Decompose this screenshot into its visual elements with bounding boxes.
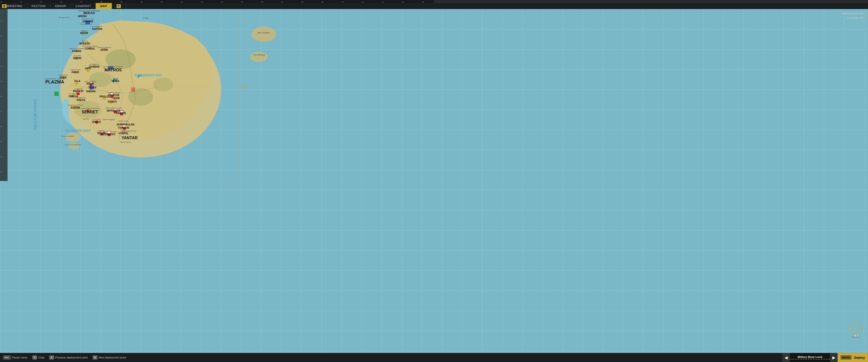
svg-text:Kermanvan: Kermanvan — [92, 25, 102, 28]
svg-text:Tyrone: Tyrone — [82, 40, 88, 42]
svg-text:11: 11 — [362, 1, 364, 3]
svg-text:TSIKSON: TSIKSON — [118, 127, 129, 129]
svg-text:EDNIK: EDNIK — [86, 82, 94, 85]
svg-text:94: 94 — [20, 1, 22, 3]
svg-text:09: 09 — [321, 1, 323, 3]
tab-briefing[interactable]: Q BRIEFING — [0, 3, 27, 9]
svg-text:04: 04 — [0, 156, 2, 158]
nav-bar: Q BRIEFING FACTION GROUP LOADOUT MAP E — [0, 3, 434, 9]
svg-text:Hornbeam Valley: Hornbeam Valley — [82, 45, 98, 47]
svg-text:Isle d'Erquy: Isle d'Erquy — [253, 54, 265, 56]
tab-map[interactable]: MAP — [96, 3, 112, 9]
svg-point-43 — [250, 52, 268, 62]
svg-text:MATROS: MATROS — [104, 68, 122, 72]
svg-text:06: 06 — [261, 1, 263, 3]
faction-label: FACTION — [32, 4, 45, 7]
svg-text:Gravette: Gravette — [73, 55, 82, 57]
svg-text:09: 09 — [0, 80, 2, 82]
svg-text:97: 97 — [81, 1, 82, 3]
svg-text:André's Beacon: André's Beacon — [97, 46, 111, 49]
svg-text:05: 05 — [241, 1, 243, 3]
svg-text:DIMOK: DIMOK — [73, 57, 82, 60]
svg-text:11: 11 — [0, 50, 2, 52]
svg-text:RADON: RADON — [71, 106, 80, 109]
svg-text:GIPS: GIPS — [85, 67, 91, 70]
svg-text:00: 00 — [141, 1, 143, 3]
svg-text:NAGAN: NAGAN — [86, 90, 96, 93]
tab-group[interactable]: GROUP — [51, 3, 71, 9]
svg-text:PLAZMA: PLAZMA — [45, 79, 64, 84]
svg-text:Military Base Levie: Military Base Levie — [105, 107, 122, 109]
svg-rect-0 — [0, 0, 434, 3]
svg-text:VERMOUT: VERMOUT — [103, 133, 116, 136]
svg-text:LEVIE: LEVIE — [113, 97, 120, 100]
svg-point-42 — [251, 27, 276, 42]
svg-text:Military Hospital: Military Hospital — [69, 48, 84, 50]
map-label: MAP — [100, 4, 107, 7]
map-svg: Airbase Saint-Philippe BEKAS Maiden's Ba… — [0, 9, 434, 181]
svg-point-88 — [75, 82, 78, 85]
svg-text:DURRASULAN: DURRASULAN — [117, 123, 135, 126]
tab-faction[interactable]: FACTION — [27, 3, 50, 9]
svg-text:SOUTHERN GULF: SOUTHERN GULF — [65, 129, 91, 133]
svg-text:Saint-Pierre: Saint-Pierre — [120, 141, 131, 143]
svg-text:Coastal Base Chotain: Coastal Base Chotain — [103, 65, 123, 68]
svg-text:12: 12 — [382, 1, 384, 3]
svg-text:Maiden's Bay: Maiden's Bay — [82, 18, 94, 20]
svg-text:KAFTAN: KAFTAN — [92, 28, 102, 30]
svg-text:Quarry: Quarry — [118, 109, 124, 112]
svg-text:07: 07 — [0, 111, 2, 112]
svg-text:MUSKAT: MUSKAT — [73, 90, 84, 92]
svg-text:IGLA: IGLA — [74, 80, 81, 82]
svg-text:Île-aux-Pins: Île-aux-Pins — [59, 16, 69, 19]
svg-text:Île-aux-Saules: Île-aux-Saules — [61, 135, 74, 137]
svg-text:Coastal Base Morton: Coastal Base Morton — [81, 107, 99, 110]
svg-text:VYMPEL: VYMPEL — [118, 132, 129, 135]
svg-text:Morton: Morton — [83, 118, 89, 120]
svg-text:BEKAS: BEKAS — [83, 11, 95, 15]
svg-text:10: 10 — [0, 65, 2, 67]
left-ruler: 13 12 11 10 09 08 07 06 05 04 03 — [0, 9, 7, 181]
svg-text:98: 98 — [100, 1, 102, 3]
svg-text:05: 05 — [0, 141, 2, 142]
svg-text:Goat Bay: Goat Bay — [92, 118, 100, 121]
svg-text:06: 06 — [0, 126, 2, 128]
svg-text:Chota: Chota — [113, 78, 118, 80]
svg-text:Isle d'Argent: Isle d'Argent — [257, 31, 270, 34]
briefing-label: BRIEFING — [7, 4, 23, 7]
svg-text:SEKRET: SEKRET — [82, 110, 98, 114]
svg-text:YANTAR: YANTAR — [122, 136, 137, 140]
svg-text:ARENA: ARENA — [78, 15, 87, 18]
svg-point-40 — [153, 78, 173, 91]
svg-text:95: 95 — [40, 1, 42, 3]
map-area[interactable]: 13 12 11 10 09 08 07 06 05 04 03 — [0, 9, 434, 181]
tab-extra[interactable]: E — [112, 3, 126, 9]
svg-text:HQ Saint-Pierre: HQ Saint-Pierre — [122, 130, 136, 132]
svg-text:Tower Régina: Tower Régina — [102, 118, 115, 121]
svg-text:08: 08 — [0, 95, 2, 97]
briefing-key: Q — [2, 4, 7, 8]
svg-text:10: 10 — [342, 1, 344, 3]
svg-text:FIGAN: FIGAN — [88, 86, 96, 89]
svg-text:BIZON: BIZON — [80, 32, 88, 34]
svg-text:FAKIR: FAKIR — [71, 71, 80, 74]
svg-text:03: 03 — [0, 171, 2, 173]
svg-text:92: 92 — [0, 1, 2, 3]
svg-text:99: 99 — [121, 1, 123, 3]
svg-text:EFFIR: EFFIR — [101, 49, 108, 51]
svg-marker-48 — [241, 85, 245, 88]
svg-text:96: 96 — [60, 1, 62, 3]
svg-text:12: 12 — [0, 35, 2, 37]
svg-text:Shepherd's Pond: Shepherd's Pond — [68, 104, 83, 106]
svg-text:04: 04 — [221, 1, 223, 3]
svg-point-44 — [65, 133, 81, 142]
svg-text:Erquy: Erquy — [143, 17, 149, 19]
svg-text:Black Lake: Black Lake — [119, 120, 129, 122]
svg-rect-57 — [55, 92, 58, 95]
extra-key: E — [117, 4, 121, 8]
svg-text:08: 08 — [301, 1, 303, 3]
svg-text:14: 14 — [422, 1, 424, 3]
tab-loadout[interactable]: LOADOUT — [71, 3, 96, 9]
svg-text:HALCYON STRAIT: HALCYON STRAIT — [33, 99, 37, 130]
svg-text:Richemont: Richemont — [76, 96, 86, 99]
